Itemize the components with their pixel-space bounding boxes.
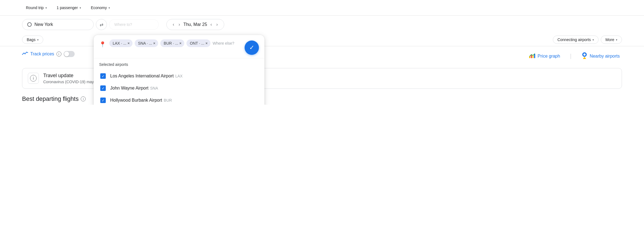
track-prices-area: Track prices i — [22, 51, 75, 57]
class-chevron-icon: ▾ — [109, 6, 110, 9]
actions-divider: | — [569, 53, 572, 59]
chips-area: LAX · ... × SNA · ... × BUR · ... × ONT … — [109, 39, 241, 47]
class-dropdown[interactable]: Economy ▾ — [87, 3, 114, 12]
where-else-input[interactable]: Where else? — [213, 40, 234, 47]
checkbox-lax[interactable] — [100, 73, 106, 79]
pin-icon: 📍 — [99, 41, 106, 48]
date-next-button[interactable]: › — [177, 22, 181, 27]
top-bar: Round trip ▾ 1 passenger ▾ Economy ▾ — [0, 0, 644, 16]
best-flights-info-icon[interactable]: i — [81, 96, 86, 101]
airport-name-bur: Hollywood Burbank AirportBUR — [110, 98, 172, 103]
airport-list: Los Angeles International AirportLAX Joh… — [94, 69, 264, 105]
price-graph-label: Price graph — [538, 54, 560, 59]
chip-sna-label: SNA · ... × — [138, 41, 155, 45]
price-graph-button[interactable]: Price graph — [526, 51, 562, 61]
connecting-airports-label: Connecting airports — [558, 37, 591, 42]
date-prev2-button[interactable]: ‹ — [209, 22, 213, 27]
svg-point-5 — [583, 53, 586, 56]
origin-circle-icon — [27, 22, 32, 27]
nearby-airports-label: Nearby airports — [590, 54, 620, 59]
track-prices-toggle[interactable] — [64, 51, 75, 57]
date-prev-button[interactable]: ‹ — [172, 22, 175, 27]
track-prices-info-icon[interactable]: i — [56, 52, 61, 56]
travel-update-info-icon: i — [30, 75, 37, 82]
track-prices-icon — [22, 51, 28, 57]
airport-name-lax: Los Angeles International AirportLAX — [110, 74, 183, 79]
more-filter[interactable]: More ▾ — [601, 36, 622, 44]
confirm-button[interactable]: ✓ — [245, 41, 259, 55]
bags-chevron-icon: ▾ — [37, 38, 39, 41]
trip-type-chevron-icon: ▾ — [45, 6, 47, 9]
chip-ont-label: ONT · ... × — [190, 41, 208, 45]
destination-field[interactable]: Where to? — [109, 19, 159, 30]
checkbox-bur[interactable] — [100, 98, 106, 103]
checkbox-sna[interactable] — [100, 85, 106, 91]
date-next2-button[interactable]: › — [215, 22, 219, 27]
nearby-airports-icon — [581, 52, 588, 60]
passengers-chevron-icon: ▾ — [80, 6, 81, 9]
chip-lax-label: LAX · ... × — [113, 41, 130, 45]
svg-rect-0 — [529, 56, 530, 58]
origin-value: New York — [34, 22, 53, 27]
airport-dropdown: 📍 LAX · ... × SNA · ... × BUR · ... × ON… — [94, 35, 264, 105]
connecting-airports-filter[interactable]: Connecting airports ▾ — [553, 36, 599, 44]
bags-label: Bags — [27, 37, 36, 42]
chip-lax[interactable]: LAX · ... × — [109, 39, 132, 47]
connecting-chevron-icon: ▾ — [592, 38, 594, 41]
departure-date-value: Thu, Mar 25 — [183, 22, 207, 27]
dropdown-header: 📍 LAX · ... × SNA · ... × BUR · ... × ON… — [94, 35, 264, 58]
chip-bur[interactable]: BUR · ... × — [160, 39, 184, 47]
more-chevron-icon: ▾ — [616, 38, 617, 41]
swap-button[interactable]: ⇄ — [96, 19, 107, 30]
airport-item-bur[interactable]: Hollywood Burbank AirportBUR — [94, 94, 264, 105]
selected-airports-label: Selected airports — [94, 58, 264, 69]
trip-type-dropdown[interactable]: Round trip ▾ — [22, 3, 51, 12]
destination-placeholder: Where to? — [114, 22, 132, 27]
passengers-label: 1 passenger — [57, 6, 78, 10]
track-prices-label[interactable]: Track prices — [30, 52, 54, 56]
chip-ont[interactable]: ONT · ... × — [186, 39, 210, 47]
passengers-dropdown[interactable]: 1 passenger ▾ — [53, 3, 85, 12]
search-row: New York ⇄ Where to? ‹ › Thu, Mar 25 ‹ ›… — [0, 16, 644, 33]
airport-item-lax[interactable]: Los Angeles International AirportLAX — [94, 70, 264, 82]
trip-type-label: Round trip — [26, 6, 44, 10]
travel-update-icon-wrap: i — [28, 73, 39, 84]
nearby-airports-button[interactable]: Nearby airports — [579, 51, 622, 61]
departure-date-field[interactable]: ‹ › Thu, Mar 25 ‹ › — [166, 19, 224, 30]
price-graph-icon — [528, 52, 535, 60]
svg-rect-2 — [532, 55, 534, 58]
airport-name-sna: John Wayne AirportSNA — [110, 86, 158, 91]
chip-bur-label: BUR · ... × — [164, 41, 182, 45]
right-actions: Price graph | Nearby airports — [526, 51, 622, 61]
bags-filter[interactable]: Bags ▾ — [22, 36, 43, 44]
svg-marker-6 — [583, 57, 586, 59]
more-label: More — [605, 37, 614, 42]
chip-sna[interactable]: SNA · ... × — [135, 39, 158, 47]
airport-item-sna[interactable]: John Wayne AirportSNA — [94, 82, 264, 94]
class-label: Economy — [91, 6, 107, 10]
origin-field[interactable]: New York — [22, 19, 94, 30]
